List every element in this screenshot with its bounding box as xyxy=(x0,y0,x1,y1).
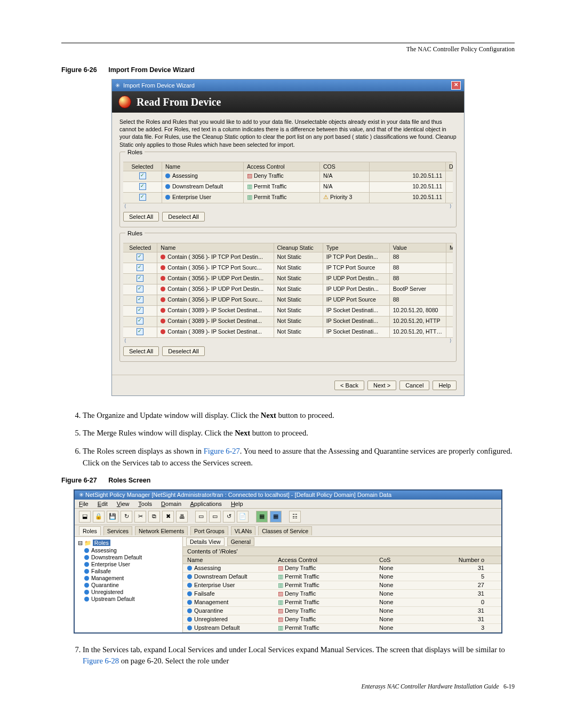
tab-classes-of-service[interactable]: Classes of Service xyxy=(258,526,312,535)
step-5: The Merge Rules window will display. Cli… xyxy=(83,428,515,439)
menu-tools[interactable]: Tools xyxy=(138,501,152,507)
toolbar-icon[interactable]: ☷ xyxy=(289,511,301,523)
page-footer: Enterasys NAC Controller Hardware Instal… xyxy=(61,683,515,690)
table-row[interactable]: Downstream Default▥ Permit TrafficNone5 xyxy=(183,573,501,581)
menu-applications[interactable]: Applications xyxy=(190,501,221,507)
toolbar-icon[interactable]: 📄 xyxy=(237,511,249,523)
tree-item[interactable]: Management xyxy=(84,575,179,581)
app-icon: ✳ xyxy=(115,82,120,89)
tab-roles[interactable]: Roles xyxy=(79,526,101,535)
step-7-text-a: In the Services tab, expand Local Servic… xyxy=(83,645,505,654)
figure-6-27-caption: Figure 6-27 Roles Screen xyxy=(61,477,515,484)
table-row: Contain ( 3056 )- IP UDP Port Destin...N… xyxy=(123,274,453,284)
figure-number: Figure 6-27 xyxy=(61,477,97,484)
tab-port-groups[interactable]: Port Groups xyxy=(190,526,228,535)
print-icon[interactable]: 🖶 xyxy=(176,511,188,523)
toolbar-icon[interactable]: ✂ xyxy=(134,511,146,523)
figure-6-27-link[interactable]: Figure 6-27 xyxy=(204,447,240,455)
toolbar-icon[interactable]: ▭ xyxy=(195,511,207,523)
tab-vlans[interactable]: VLANs xyxy=(231,526,256,535)
deny-traffic-icon: ▨ xyxy=(247,172,252,179)
close-icon[interactable]: ✕ xyxy=(451,81,461,90)
tab-services[interactable]: Services xyxy=(103,526,132,535)
wizard-header: Read From Device xyxy=(112,91,464,113)
role-name: Assessing xyxy=(172,172,198,179)
checkbox[interactable] xyxy=(139,194,146,201)
menu-edit[interactable]: Edit xyxy=(98,501,108,507)
rule-icon xyxy=(161,329,165,334)
checkbox[interactable] xyxy=(137,328,143,335)
figure-6-28-link[interactable]: Figure 6-28 xyxy=(83,656,119,665)
main-tabs: Roles Services Network Elements Port Gro… xyxy=(75,525,501,537)
tree-item[interactable]: Enterprise User xyxy=(84,561,179,567)
figure-number: Figure 6-26 xyxy=(61,66,97,74)
toolbar-icon[interactable]: ↻ xyxy=(121,511,132,523)
toolbar-icon[interactable]: ▦ xyxy=(270,511,282,523)
select-all-button[interactable]: Select All xyxy=(123,346,159,356)
toolbar-icon[interactable]: ▭ xyxy=(209,511,221,523)
table-row: Assessing ▨ Deny Traffic N/A 10.20.51.11 xyxy=(123,171,453,182)
rule-value: 88 xyxy=(390,263,446,273)
tree-item[interactable]: Assessing xyxy=(84,547,179,553)
toolbar-icon[interactable]: 🔒 xyxy=(93,511,105,523)
tree-item[interactable]: Quarantine xyxy=(84,582,179,588)
subtab-general[interactable]: General xyxy=(227,537,254,546)
select-all-button[interactable]: Select All xyxy=(123,212,159,221)
toolbar-icon[interactable]: ⬓ xyxy=(79,511,91,523)
permit-traffic-icon: ▥ xyxy=(247,183,252,189)
checkbox[interactable] xyxy=(139,183,146,190)
menu-file[interactable]: File xyxy=(79,501,89,507)
checkbox[interactable] xyxy=(139,172,146,179)
scroll-right-icon[interactable]: ⟩ xyxy=(450,203,452,209)
rule-value: 10.20.51.20, HTTP xyxy=(390,316,446,327)
table-row[interactable]: Failsafe▨ Deny TrafficNone31 xyxy=(183,590,501,598)
tree-item[interactable]: Failsafe xyxy=(84,568,179,574)
checkbox[interactable] xyxy=(137,264,143,271)
table-row[interactable]: Assessing▨ Deny TrafficNone31 xyxy=(183,564,501,573)
tree-item[interactable]: Downstream Default xyxy=(84,554,179,560)
menu-domain[interactable]: Domain xyxy=(161,501,181,507)
subtab-details-view[interactable]: Details View xyxy=(186,537,225,546)
scroll-left-icon[interactable]: ⟨ xyxy=(124,338,126,343)
rule-type: IP TCP Port Source xyxy=(323,263,390,273)
checkbox[interactable] xyxy=(137,307,143,314)
checkbox[interactable] xyxy=(137,318,143,325)
table-row[interactable]: Enterprise User▥ Permit TrafficNone27 xyxy=(183,581,501,590)
tree-root[interactable]: ⊟ 📁 Roles xyxy=(78,540,179,547)
table-row[interactable]: Unregistered▨ Deny TrafficNone31 xyxy=(183,615,501,624)
rule-name: Contain ( 3089 )- IP Socket Destinat... xyxy=(167,307,262,313)
toolbar-icon[interactable]: ✖ xyxy=(162,511,174,523)
checkbox[interactable] xyxy=(137,296,143,303)
table-row: Contain ( 3056 )- IP TCP Port Sourc...No… xyxy=(123,263,453,274)
permit-traffic-icon: ▥ xyxy=(278,624,283,631)
table-row[interactable]: Management▥ Permit TrafficNone0 xyxy=(183,598,501,607)
toolbar-icon[interactable]: ⧉ xyxy=(148,511,160,523)
rule-name: Contain ( 3056 )- IP TCP Port Sourc... xyxy=(167,264,261,271)
help-button[interactable]: Help xyxy=(433,381,457,390)
checkbox[interactable] xyxy=(137,286,143,292)
table-row[interactable]: Quarantine▨ Deny TrafficNone31 xyxy=(183,607,501,615)
toolbar-icon[interactable]: ▦ xyxy=(256,511,268,523)
role-icon xyxy=(187,591,192,596)
save-icon[interactable]: 💾 xyxy=(107,511,118,523)
roles-table-header: Name Access Control CoS Number o xyxy=(183,556,501,564)
toolbar-icon[interactable]: ↺ xyxy=(223,511,235,523)
next-button[interactable]: Next > xyxy=(367,381,396,390)
checkbox[interactable] xyxy=(137,254,143,260)
cancel-button[interactable]: Cancel xyxy=(399,381,429,390)
scroll-right-icon[interactable]: ⟩ xyxy=(450,338,452,343)
tree-item[interactable]: Upstream Default xyxy=(84,596,179,602)
back-button[interactable]: < Back xyxy=(334,381,364,390)
deselect-all-button[interactable]: Deselect All xyxy=(162,346,204,356)
menu-help[interactable]: Help xyxy=(231,501,243,507)
deselect-all-button[interactable]: Deselect All xyxy=(162,212,204,221)
col-number: Number o xyxy=(433,557,497,563)
menu-view[interactable]: View xyxy=(117,501,130,507)
role-icon xyxy=(165,173,170,178)
cos-value: N/A xyxy=(320,182,370,192)
table-row[interactable]: Upstream Default▥ Permit TrafficNone3 xyxy=(183,624,501,632)
checkbox[interactable] xyxy=(137,275,143,282)
scroll-left-icon[interactable]: ⟨ xyxy=(124,203,126,209)
tab-network-elements[interactable]: Network Elements xyxy=(135,526,188,535)
tree-item[interactable]: Unregistered xyxy=(84,589,179,595)
